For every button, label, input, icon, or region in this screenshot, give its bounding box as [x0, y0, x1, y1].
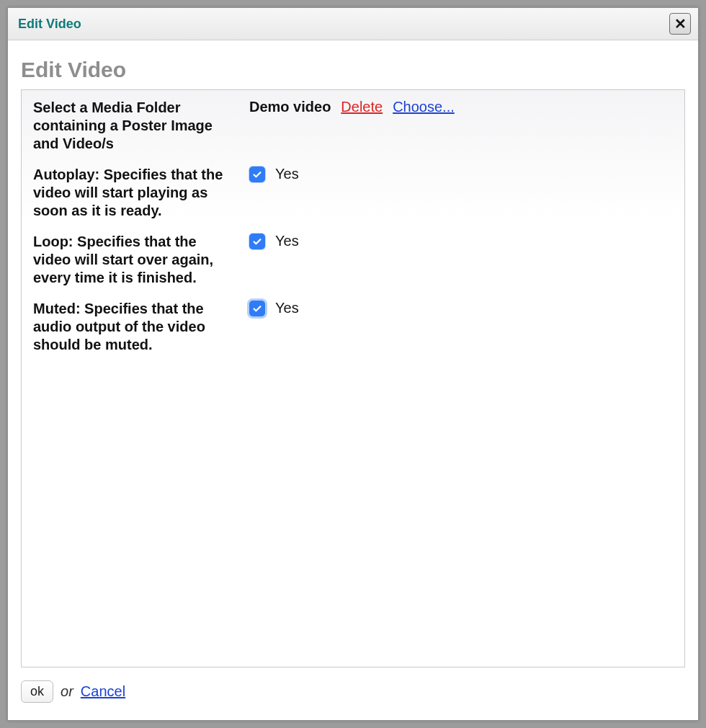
- checkbox-autoplay[interactable]: [249, 167, 265, 182]
- muted-yes-text: Yes: [275, 300, 299, 316]
- row-media-folder: Select a Media Folder containing a Poste…: [33, 99, 673, 153]
- value-media-folder: Demo video Delete Choose...: [249, 99, 673, 115]
- or-text: or: [61, 683, 73, 700]
- page-title: Edit Video: [21, 58, 685, 82]
- label-autoplay: Autoplay: Specifies that the video will …: [33, 166, 236, 220]
- label-loop: Loop: Specifies that the video will star…: [33, 233, 236, 287]
- cancel-link[interactable]: Cancel: [81, 683, 125, 700]
- value-muted: Yes: [249, 300, 673, 316]
- checkbox-loop[interactable]: [249, 234, 265, 249]
- form-container: Select a Media Folder containing a Poste…: [21, 89, 685, 667]
- value-loop: Yes: [249, 233, 673, 249]
- check-icon: [252, 303, 262, 314]
- choose-folder-link[interactable]: Choose...: [393, 99, 455, 115]
- row-autoplay: Autoplay: Specifies that the video will …: [33, 166, 673, 220]
- row-loop: Loop: Specifies that the video will star…: [33, 233, 673, 287]
- label-muted: Muted: Specifies that the audio output o…: [33, 300, 236, 354]
- autoplay-yes-text: Yes: [275, 166, 299, 182]
- label-media-folder: Select a Media Folder containing a Poste…: [33, 99, 236, 153]
- delete-folder-link[interactable]: Delete: [341, 99, 383, 115]
- dialog-body: Edit Video Select a Media Folder contain…: [8, 40, 698, 720]
- row-muted: Muted: Specifies that the audio output o…: [33, 300, 673, 354]
- loop-yes-text: Yes: [275, 233, 299, 249]
- dialog-title: Edit Video: [18, 17, 81, 32]
- ok-button[interactable]: ok: [21, 680, 53, 703]
- selected-folder-name: Demo video: [249, 99, 331, 115]
- value-autoplay: Yes: [249, 166, 673, 182]
- dialog-actions: ok or Cancel: [21, 680, 685, 703]
- close-icon: ✕: [674, 17, 687, 31]
- edit-video-dialog: Edit Video ✕ Edit Video Select a Media F…: [7, 7, 699, 721]
- check-icon: [252, 236, 262, 247]
- checkbox-muted[interactable]: [249, 301, 265, 316]
- dialog-titlebar: Edit Video ✕: [8, 8, 698, 40]
- close-button[interactable]: ✕: [669, 13, 691, 35]
- check-icon: [252, 169, 262, 179]
